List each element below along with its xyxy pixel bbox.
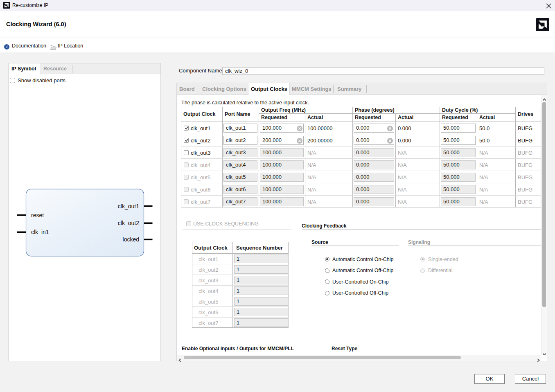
- svg-text:clk_out2: clk_out2: [118, 220, 139, 226]
- svg-text:clk_out1: clk_out1: [118, 203, 139, 210]
- svg-text:reset: reset: [31, 212, 44, 219]
- svg-text:clk_in1: clk_in1: [31, 229, 49, 235]
- svg-text:locked: locked: [123, 236, 139, 243]
